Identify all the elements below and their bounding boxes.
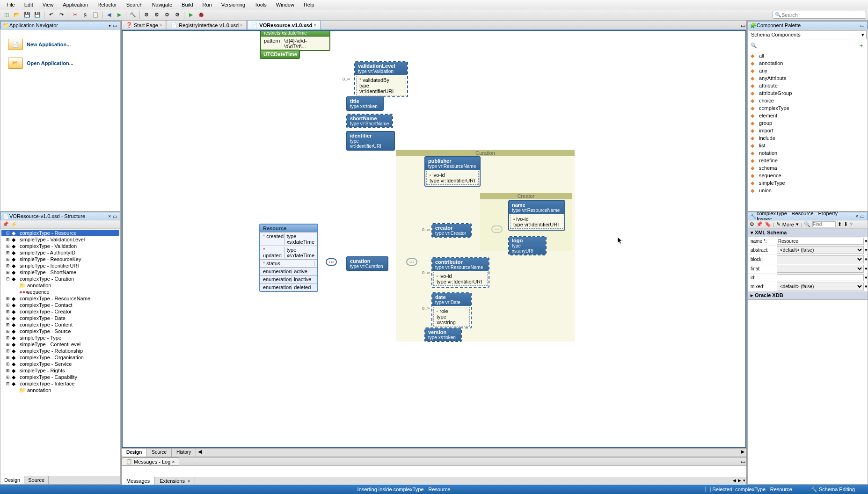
chevron-down-icon[interactable]: ▾ (865, 266, 868, 272)
paste-button[interactable]: 📋 (91, 10, 100, 20)
tool-button[interactable]: ⚙ (142, 10, 151, 20)
logo-box[interactable]: logo type xs:anyURI (508, 236, 547, 255)
tree-toggle-icon[interactable]: ⊞ (5, 322, 11, 327)
close-icon[interactable]: × (160, 23, 162, 28)
tree-node[interactable]: ⊞◆simpleType - AuthorityID (1, 249, 119, 256)
tab-registry-interface[interactable]: 📄 RegistryInterface-v1.0.xsd × (167, 20, 247, 29)
tree-node[interactable]: ⊟◆complexType - Resource (1, 230, 119, 236)
menu-help[interactable]: Help (299, 1, 319, 8)
close-icon[interactable]: × (107, 214, 112, 219)
new-button[interactable]: ◫ (2, 10, 11, 20)
component-item-all[interactable]: ◆all (749, 52, 867, 59)
tree-toggle-icon[interactable]: ⊞ (5, 315, 11, 321)
build-button[interactable]: 🔨 (128, 10, 138, 20)
validationlevel-box[interactable]: validationLevel type vr:Validation * val… (354, 61, 408, 97)
creator-box[interactable]: creator type vr:Creator (431, 223, 472, 238)
tree-toggle-icon[interactable]: ⊞ (5, 341, 11, 347)
prop-name-input[interactable] (777, 238, 864, 245)
pin-icon[interactable]: 📌 (756, 221, 763, 227)
component-item-notation[interactable]: ◆notation (749, 149, 867, 157)
new-application-link[interactable]: 📄 New Application... (6, 35, 115, 54)
close-icon[interactable]: × (188, 479, 190, 484)
chevron-down-icon[interactable]: ▾ (865, 256, 868, 262)
tree-node[interactable]: ⊞◆complexType - Service (1, 361, 119, 367)
tree-node[interactable]: ●●●sequence (1, 289, 119, 295)
forward-button[interactable]: ▶ (115, 10, 124, 20)
tree-node[interactable]: ⊞◆complexType - Contact (1, 302, 119, 308)
tree-toggle-icon[interactable]: ⊞ (5, 361, 11, 367)
tree-node[interactable]: ⊞◆complexType - Capability (1, 374, 119, 380)
tree-node[interactable]: ⊟◆complexType - Curation (1, 276, 119, 282)
tool-button[interactable]: ⚙ (162, 10, 172, 20)
component-item-anyAttribute[interactable]: ◆anyAttribute (749, 74, 867, 82)
find-icon[interactable]: 🔍 (804, 221, 810, 227)
tree-toggle-icon[interactable]: ⊞ (5, 302, 11, 308)
component-item-any[interactable]: ◆any (749, 67, 867, 74)
tree-node[interactable]: ⊞◆simpleType - IdentifierURI (1, 262, 119, 269)
open-button[interactable]: 📂 (12, 10, 22, 20)
panel-minimize-icon[interactable]: ▭ (112, 23, 118, 28)
chevron-down-icon[interactable]: ▾ (865, 283, 868, 290)
menu-window[interactable]: Window (271, 1, 299, 8)
component-item-union[interactable]: ◆union (749, 187, 867, 194)
tree-toggle-icon[interactable]: ⊞ (5, 250, 11, 255)
component-item-group[interactable]: ◆group (749, 119, 867, 127)
pin-icon[interactable]: 📌 (2, 221, 9, 227)
tab-history-view[interactable]: History (172, 449, 196, 457)
close-icon[interactable]: × (314, 23, 316, 28)
find-input[interactable] (812, 221, 836, 227)
tree-toggle-icon[interactable]: ⊞ (5, 328, 11, 334)
component-category-combo[interactable]: Schema Components ▾ (749, 30, 867, 39)
scroll-right-icon[interactable]: ▶ (741, 449, 744, 457)
chevron-down-icon[interactable]: ▾ (796, 221, 799, 227)
minimize-icon[interactable]: ▭ (859, 23, 865, 28)
redo-button[interactable]: ↷ (57, 10, 66, 20)
tool-icon[interactable]: 🔖 (765, 221, 771, 227)
minimize-icon[interactable]: ▭ (859, 214, 865, 219)
tree-toggle-icon[interactable]: ⊞ (5, 335, 11, 341)
tool-button[interactable]: ⚙ (173, 10, 182, 20)
chevron-down-icon[interactable]: ▾ (865, 247, 868, 253)
structure-tree[interactable]: ⊟◆complexType - Resource⊞◆simpleType - V… (0, 229, 120, 476)
menu-edit[interactable]: Edit (20, 1, 38, 8)
open-application-link[interactable]: 📂 Open Application... (6, 54, 115, 73)
messages-log-tab[interactable]: 📋 Messages - Log × (122, 458, 179, 465)
tree-node[interactable]: ⊞◆simpleType - Type (1, 334, 119, 341)
tree-toggle-icon[interactable]: ⊟ (5, 230, 11, 236)
tree-node[interactable]: ⊞◆complexType - Organisation (1, 354, 119, 361)
tree-node[interactable]: ⊞◆simpleType - ContentLevel (1, 341, 119, 348)
prop-block-select[interactable] (777, 255, 864, 263)
tab-start-page[interactable]: ❓ Start Page × (122, 20, 166, 29)
tree-node[interactable]: ⊞◆simpleType - ResourceKey (1, 256, 119, 262)
component-item-sequence[interactable]: ◆sequence (749, 172, 867, 179)
identifier-box[interactable]: identifier type vr:IdentifierURI (346, 131, 395, 151)
tree-toggle-icon[interactable]: ⊞ (5, 263, 11, 269)
menu-navigate[interactable]: Navigate (147, 1, 177, 8)
close-icon[interactable]: × (854, 214, 859, 219)
prop-final-select[interactable] (777, 265, 864, 273)
add-icon[interactable]: ＋ (856, 41, 867, 50)
component-list[interactable]: ◆all◆annotation◆any◆anyAttribute◆attribu… (748, 51, 868, 211)
resource-box[interactable]: Resource * createdtype xs:dateTime* upda… (259, 224, 318, 292)
tree-toggle-icon[interactable]: ⊞ (5, 243, 11, 249)
filter-icon[interactable]: ⚡ (11, 221, 17, 227)
tree-toggle-icon[interactable]: ⊞ (5, 374, 11, 380)
tree-node[interactable]: ⊞◆complexType - Validation (1, 243, 119, 249)
component-item-annotation[interactable]: ◆annotation (749, 59, 867, 67)
tree-node[interactable]: ⊞◆complexType - Date (1, 315, 119, 321)
component-item-attributeGroup[interactable]: ◆attributeGroup (749, 89, 867, 97)
tab-design[interactable]: Design (0, 476, 24, 484)
edit-icon[interactable]: ✎ (776, 221, 780, 227)
component-item-import[interactable]: ◆import (749, 127, 867, 134)
global-search[interactable]: 🔍 (773, 11, 866, 19)
maximize-icon[interactable]: ▭ (740, 22, 746, 29)
contributor-box[interactable]: contributor type vr:ResourceName ▫ ivo-i… (431, 257, 489, 288)
minimize-icon[interactable]: ▭ (112, 214, 118, 219)
tree-toggle-icon[interactable]: ⊞ (5, 296, 11, 301)
tree-node[interactable]: ⊞◆complexType - Content (1, 321, 119, 328)
tree-toggle-icon[interactable]: ⊞ (5, 256, 11, 262)
version-box[interactable]: version type xs:token (424, 327, 462, 342)
shortname-box[interactable]: shortName type vr:ShortName (346, 114, 393, 128)
help-icon[interactable]: ? (850, 222, 853, 227)
menu-application[interactable]: Application (58, 1, 93, 8)
